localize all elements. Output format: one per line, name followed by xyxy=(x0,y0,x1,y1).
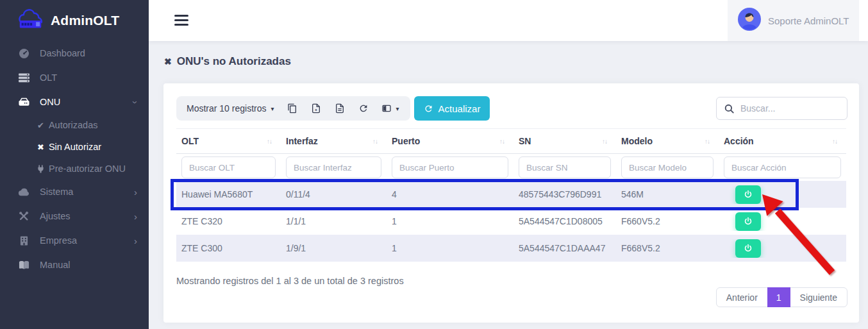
sidebar-item-empresa[interactable]: Empresa › xyxy=(0,228,149,253)
pagination-previous-button[interactable]: Anterior xyxy=(716,287,768,307)
filter-puerto-input[interactable] xyxy=(392,156,508,178)
sidebar-item-label: ONU xyxy=(40,97,60,107)
actualizar-label: Actualizar xyxy=(438,103,481,114)
reload-table-button[interactable] xyxy=(352,96,376,121)
sidebar-item-dashboard[interactable]: Dashboard xyxy=(0,41,149,65)
x-icon: ✖ xyxy=(164,56,172,67)
chevron-right-icon: › xyxy=(134,212,137,221)
columns-icon xyxy=(381,103,392,114)
sidebar-item-label: OLT xyxy=(40,72,57,83)
sidebar: AdminOLT Dashboard OLT ONU › ✔ Autorizad… xyxy=(0,0,149,329)
excel-export-button[interactable]: x xyxy=(305,96,328,121)
table-row: ZTE C300 1/9/1 1 5A544547C1DAAA47 F668V5… xyxy=(176,235,846,262)
sidebar-item-sin-autorizar[interactable]: ✖ Sin Autorizar xyxy=(0,136,149,158)
table-header-row: OLT↑↓ Interfaz↑↓ Puerto↑↓ SN↑↓ Modelo↑↓ … xyxy=(176,128,846,154)
filter-modelo-input[interactable] xyxy=(621,156,714,178)
actualizar-button[interactable]: Actualizar xyxy=(414,96,490,121)
sidebar-item-onu[interactable]: ONU › xyxy=(0,90,149,114)
sidebar-item-label: Dashboard xyxy=(40,48,85,58)
sidebar-item-label: Pre-autorizar ONU xyxy=(49,164,126,174)
sort-icon: ↑↓ xyxy=(832,138,837,145)
filter-interfaz-input[interactable] xyxy=(286,156,381,178)
sort-icon: ↑↓ xyxy=(602,138,607,145)
onu-table: OLT↑↓ Interfaz↑↓ Puerto↑↓ SN↑↓ Modelo↑↓ … xyxy=(176,128,846,262)
page-title-text: ONU's no Autorizadas xyxy=(177,55,291,68)
filter-olt-input[interactable] xyxy=(181,156,276,178)
column-header-modelo[interactable]: Modelo↑↓ xyxy=(616,136,719,146)
sidebar-item-sistema[interactable]: Sistema › xyxy=(0,180,149,204)
sidebar-item-olt[interactable]: OLT xyxy=(0,65,149,90)
topbar: Soporte AdminOLT xyxy=(149,0,868,41)
table-info-text: Mostrando registros del 1 al 3 de un tot… xyxy=(176,276,404,286)
pagination-page-1[interactable]: 1 xyxy=(767,287,790,307)
table-row: ZTE C320 1/1/1 1 5A544547C1D08005 F660V5… xyxy=(176,208,846,235)
caret-down-icon: ▾ xyxy=(396,105,399,112)
pagination-next-button[interactable]: Siguiente xyxy=(790,287,847,307)
app-title: AdminOLT xyxy=(51,13,119,28)
copy-button[interactable] xyxy=(281,96,305,121)
user-profile[interactable]: Soporte AdminOLT xyxy=(728,0,859,41)
sort-icon: ↑↓ xyxy=(705,138,710,145)
sidebar-item-pre-autorizar-onu[interactable]: Pre-autorizar ONU xyxy=(0,158,149,180)
sidebar-item-label: Sistema xyxy=(40,187,73,197)
refresh-icon xyxy=(424,104,433,114)
table-filter-row xyxy=(176,154,846,181)
plug-icon xyxy=(37,165,44,173)
excel-file-icon: x xyxy=(311,103,321,114)
app-logo[interactable]: AdminOLT xyxy=(0,0,149,41)
global-search xyxy=(716,97,847,120)
chevron-down-icon: › xyxy=(131,101,140,104)
column-header-interfaz[interactable]: Interfaz↑↓ xyxy=(281,136,387,146)
search-input[interactable] xyxy=(740,103,839,114)
page-length-select[interactable]: Mostrar 10 registros xyxy=(187,103,266,114)
sidebar-item-label: Ajustes xyxy=(40,211,71,221)
column-header-sn[interactable]: SN↑↓ xyxy=(513,136,616,146)
sidebar-item-label: Empresa xyxy=(40,235,77,246)
sidebar-item-label: Autorizadas xyxy=(49,120,98,130)
tool-group: Mostrar 10 registros ▾ x ▾ xyxy=(176,96,410,121)
search-icon xyxy=(724,104,734,114)
device-hdd-icon xyxy=(17,97,31,106)
chevron-right-icon: › xyxy=(134,236,137,246)
chevron-right-icon: › xyxy=(134,187,137,197)
datatable-card: Mostrar 10 registros ▾ x ▾ Actualizar xyxy=(163,83,859,323)
building-icon xyxy=(17,236,31,246)
column-header-puerto[interactable]: Puerto↑↓ xyxy=(387,136,513,146)
sort-icon: ↑↓ xyxy=(267,138,272,145)
x-icon: ✖ xyxy=(37,142,44,152)
table-row: Huawei MA5680T 0/11/4 4 48575443C796D991… xyxy=(176,181,846,208)
filter-sn-input[interactable] xyxy=(519,156,611,178)
menu-toggle-button[interactable] xyxy=(174,15,188,28)
table-toolbar: Mostrar 10 registros ▾ x ▾ Actualizar xyxy=(176,96,847,121)
dashboard-gauge-icon xyxy=(17,48,31,59)
column-visibility-button[interactable]: ▾ xyxy=(376,96,405,121)
sidebar-item-manual[interactable]: Manual xyxy=(0,253,149,277)
cloud-icon xyxy=(17,188,31,196)
filter-accion-input[interactable] xyxy=(724,156,841,178)
column-header-accion[interactable]: Acción↑↓ xyxy=(719,136,846,146)
sidebar-item-autorizadas[interactable]: ✔ Autorizadas xyxy=(0,114,149,136)
user-name: Soporte AdminOLT xyxy=(768,15,849,26)
server-icon xyxy=(17,73,31,83)
tools-icon xyxy=(17,211,31,221)
page-title: ✖ ONU's no Autorizadas xyxy=(164,55,291,68)
caret-down-icon: ▾ xyxy=(271,105,274,112)
copy-icon xyxy=(287,103,297,114)
sidebar-item-label: Sin Autorizar xyxy=(49,142,101,152)
authorize-onu-button[interactable] xyxy=(735,239,761,258)
authorize-onu-button[interactable] xyxy=(735,212,761,231)
pdf-export-button[interactable] xyxy=(328,96,352,121)
avatar xyxy=(738,8,761,33)
sort-icon: ↑↓ xyxy=(499,138,505,145)
svg-text:x: x xyxy=(315,108,317,112)
column-header-olt[interactable]: OLT↑↓ xyxy=(176,136,281,146)
authorize-onu-button[interactable] xyxy=(735,185,761,204)
sidebar-item-ajustes[interactable]: Ajustes › xyxy=(0,204,149,228)
sidebar-item-label: Manual xyxy=(40,260,71,270)
refresh-icon xyxy=(358,103,369,114)
sort-icon: ↑↓ xyxy=(372,138,378,145)
power-icon xyxy=(744,190,753,199)
pagination: Anterior 1 Siguiente xyxy=(716,287,847,307)
power-icon xyxy=(744,244,753,253)
olt-cloud-logo-icon xyxy=(17,9,45,33)
